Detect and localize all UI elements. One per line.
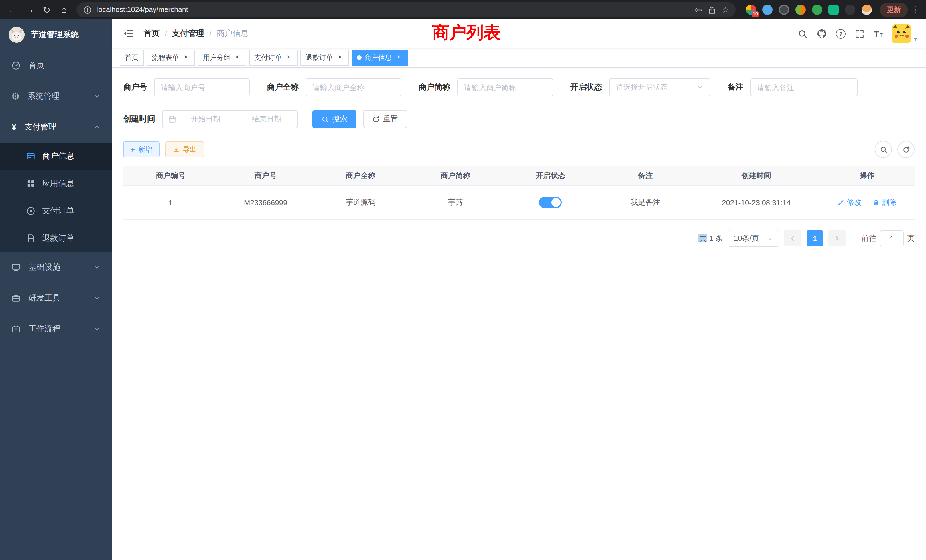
tab-process-form[interactable]: 流程表单 × [147,50,195,65]
full-name-input[interactable] [306,78,401,96]
browser-menu-icon[interactable]: ⋮ [909,5,921,15]
search-button[interactable]: 搜索 [312,110,356,128]
extension-icon-4[interactable] [796,5,806,15]
github-icon[interactable] [817,29,827,39]
page-size-select[interactable]: 10条/页 [729,230,778,247]
user-menu[interactable]: ▾ [892,24,917,43]
document-icon [26,234,35,243]
merchant-no-input[interactable] [154,78,250,96]
close-icon[interactable]: × [395,54,402,62]
chevron-left-icon [789,235,796,242]
remark-input[interactable] [750,78,858,96]
sidebar-item-system[interactable]: ⚙ 系统管理 [0,81,112,112]
create-time-range-picker[interactable]: 开始日期 - 结束日期 [162,110,298,128]
sidebar-toggle-icon[interactable] [121,29,136,39]
key-icon[interactable] [694,5,703,14]
sidebar-logo[interactable]: 芋道管理系统 [0,20,112,50]
refresh-table-button[interactable] [897,141,915,158]
date-range-separator: - [235,115,238,123]
breadcrumb: 首页 / 支付管理 / 商户信息 [144,29,249,39]
sidebar-item-label: 研发工具 [29,293,61,303]
reload-icon[interactable]: ↻ [39,2,55,18]
chevron-right-icon [834,235,840,242]
chevron-down-icon [94,93,100,100]
cell-merchant-id: 1 [123,186,218,219]
extension-icon-5[interactable] [812,5,822,15]
goto-prefix: 前往 [862,233,876,244]
tab-refund-orders[interactable]: 退款订单 × [301,50,349,65]
calendar-icon [168,115,176,123]
sidebar-item-label: 基础设施 [29,262,61,272]
share-icon[interactable] [708,5,716,14]
sidebar-item-app-info[interactable]: 应用信息 [0,170,112,197]
chevron-up-icon [94,124,100,130]
sidebar-item-label: 系统管理 [28,91,60,101]
prev-page-button[interactable] [784,230,801,246]
sidebar-item-label: 首页 [29,61,44,71]
next-page-button[interactable] [829,230,846,246]
status-toggle[interactable] [539,197,562,208]
fullscreen-icon[interactable] [855,29,865,38]
breadcrumb-item-home[interactable]: 首页 [144,29,160,39]
close-icon[interactable]: × [233,54,241,62]
tab-payment-orders[interactable]: 支付订单 × [249,50,298,65]
delete-link[interactable]: 删除 [873,197,897,207]
reset-button[interactable]: 重置 [363,110,407,128]
close-icon[interactable]: × [182,54,190,62]
tab-label: 退款订单 [306,53,333,62]
sidebar-item-infrastructure[interactable]: 基础设施 [0,252,112,283]
sidebar-item-dev-tools[interactable]: 研发工具 [0,283,112,314]
extension-icon-3[interactable] [779,5,789,15]
extension-icon-6[interactable] [829,5,839,15]
sidebar-item-payment[interactable]: ¥ 支付管理 [0,112,112,142]
browser-update-button[interactable]: 更新 [880,3,908,17]
tab-merchant-info[interactable]: 商户信息 × [352,50,408,65]
short-name-input[interactable] [457,78,553,96]
monitor-icon [11,263,21,272]
address-bar[interactable]: localhost:1024/pay/merchant ☆ [76,2,735,17]
bookmark-star-icon[interactable]: ☆ [722,5,729,14]
sidebar-item-refund-orders[interactable]: 退款订单 [0,225,112,252]
back-icon[interactable]: ← [5,2,21,18]
tab-label: 流程表单 [152,53,179,62]
tab-home[interactable]: 首页 [120,50,144,65]
total-count-selected: 共 [699,234,707,242]
app-title: 芋道管理系统 [31,30,79,40]
sidebar-item-label: 支付订单 [42,206,74,216]
info-icon[interactable] [83,5,92,14]
breadcrumb-item-payment[interactable]: 支付管理 [172,29,204,39]
forward-icon[interactable]: → [22,2,38,18]
help-icon[interactable]: ? [836,29,846,38]
extension-icon-2[interactable] [763,5,773,15]
sidebar-item-workflow[interactable]: 工作流程 [0,314,112,344]
extensions-area: 10 [740,5,878,15]
extension-icon-1[interactable]: 10 [746,5,756,15]
cell-merchant-no: M233666999 [218,186,313,219]
font-size-icon[interactable]: TT [874,29,883,38]
tab-label: 商户信息 [365,53,392,62]
search-icon[interactable] [798,29,808,38]
sidebar-item-home[interactable]: 首页 [0,50,112,81]
caret-down-icon: ▾ [914,36,917,42]
breadcrumb-separator: / [165,29,167,38]
add-button[interactable]: + 新增 [123,141,159,157]
status-select[interactable]: 请选择开启状态 [609,78,710,96]
close-icon[interactable]: × [284,54,292,62]
close-icon[interactable]: × [336,54,344,62]
export-button[interactable]: 导出 [165,141,204,157]
tab-label: 支付订单 [254,53,282,62]
sidebar-item-merchant-info[interactable]: 商户信息 [0,142,112,170]
extension-badge: 10 [752,11,759,17]
extension-icon-7[interactable] [845,5,855,15]
edit-link[interactable]: 修改 [838,197,862,207]
page-number-button[interactable]: 1 [807,230,823,246]
cell-remark: 我是备注 [598,186,693,219]
sidebar-item-payment-orders[interactable]: 支付订单 [0,197,112,225]
tab-user-group[interactable]: 用户分组 × [198,50,246,65]
extension-icon-8[interactable] [862,5,872,15]
goto-page-input[interactable] [880,230,904,246]
toggle-search-button[interactable] [875,141,892,158]
chevron-down-icon [94,325,100,333]
download-icon [172,146,179,153]
home-icon[interactable]: ⌂ [56,2,72,18]
